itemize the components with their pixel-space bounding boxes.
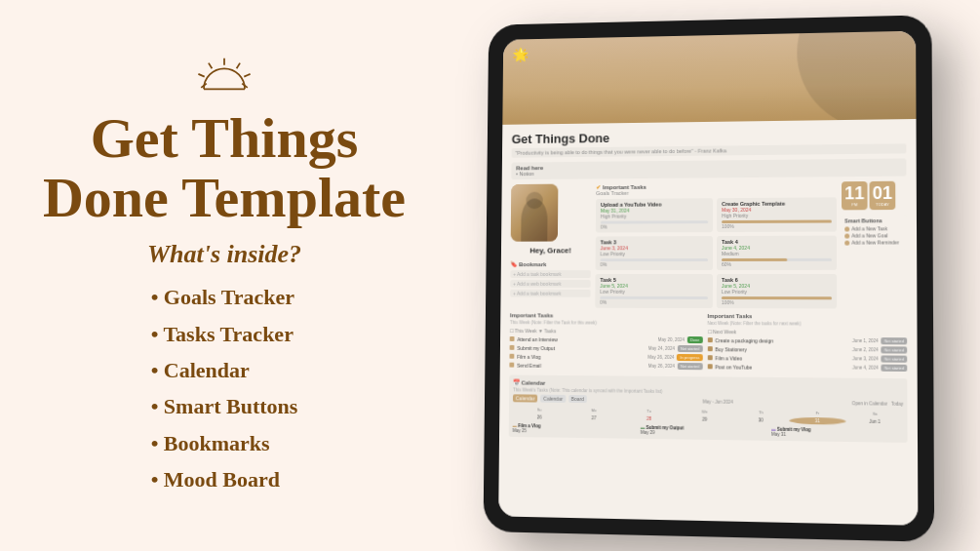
task-row: Film a Video June 3, 2024 Not started [707,354,907,363]
screen-emoji: 🌟 [512,46,528,62]
badge: Not started [881,346,906,353]
right-panel: 🌟 Get Things Done "Productivity is being… [449,0,980,551]
tasks-column: ✔ Important Tasks Goals Tracker Upload a… [595,181,837,308]
task-row: Post on YouTube June 4, 2024 Not started [707,363,907,372]
next-week-tasks: Important Tasks Next Week (Note: Filter … [707,313,907,374]
day-label-fr: Fr [789,410,844,415]
task-row: Buy Stationery June 2, 2024 Not started [707,345,907,353]
clock-minute: 01 [872,183,892,201]
cal-event-3: ▬ Submit my Vlog May 31 [771,426,903,438]
open-calendar-btn: Open in Calendar Today [851,401,903,407]
next-week-filter: ☐ Next Week [707,329,907,335]
task-row-title: Film a Video [715,354,849,361]
bookmark-section: 🔖 Bookmark + Add a task bookmark + Add a… [510,260,591,297]
smart-btn-1: Add a New Task [844,225,903,231]
this-week-tasks: Important Tasks This Week (Note: Filter … [509,312,702,372]
dot-icon [844,240,849,245]
bookmark-label: 🔖 Bookmark [510,260,590,267]
task-icon [707,364,712,369]
cal-month-label: May - Jun 2024 [702,399,732,404]
task-icon [707,346,712,351]
task-row-title: Create a packaging design [715,336,849,343]
cal-tabs: Calendar Calendar Board [512,394,586,403]
task-row: Submit my Output May 24, 2024 Not starte… [509,343,702,351]
next-week-title: Important Tasks [707,313,907,320]
dot-icon [844,225,849,230]
task-icon [509,344,514,349]
cal-tab-calendar: Calendar [512,394,537,402]
svg-line-4 [244,74,250,77]
add-bookmark-2: + Add a web bookmark [510,279,590,287]
list-item: Tasks Tracker [151,316,298,352]
read-here-section: Read here • Notion [511,158,906,179]
clock-today-label: TODAY [872,201,892,206]
task-row: Attend an Interview May 20, 2024 Done [509,335,702,343]
day-label-su: Su [512,407,566,413]
tablet-screen: 🌟 Get Things Done "Productivity is being… [498,30,918,525]
greeting-text: Hey, Grace! [510,246,590,255]
task-row: Send Email May 26, 2024 Not started [509,361,702,370]
smart-buttons-section: Smart Buttons Add a New Task Add a New G… [842,215,907,250]
add-bookmark-1: + Add a task bookmark [510,270,590,278]
clock-hour-block: 11 PM [841,180,867,209]
left-panel: Get ThingsDone Template What's inside? G… [0,0,449,551]
cal-day-31: 31 [789,416,845,424]
task-card-5: Task 5 June 5, 2024 Low Priority 0% [595,273,713,307]
task-card-4: Task 4 June 4, 2024 Medium 60% [716,235,836,269]
cal-day-29: 29 [677,415,731,423]
sun-icon [190,53,258,101]
tablet-mockup: 🌟 Get Things Done "Productivity is being… [483,15,934,542]
svg-line-3 [237,63,241,69]
screen-header-image: 🌟 [502,30,916,124]
list-item: Smart Buttons [151,388,298,424]
main-title: Get ThingsDone Template [43,109,406,228]
task-row-title: Attend an Interview [517,335,654,342]
task-row-title: Send Email [517,362,646,369]
cal-event-2: ▬ Submit my Output May 29 [640,424,768,436]
badge: Not started [881,337,906,344]
dot-icon [844,233,849,238]
this-week-subtitle: This Week (Note: Filter the Task for thi… [509,320,702,326]
calendar-section: 📅 Calendar This Week's Tasks (Note: This… [508,374,907,442]
task-row-title: Film a Vlog [517,353,645,360]
smart-btn-2: Add a New Goal [844,232,904,238]
feature-list: Goals Tracker Tasks Tracker Calendar Sma… [151,279,298,497]
list-item: Mood Board [151,461,298,497]
cal-tab-board: Board [568,394,586,402]
task-row-title: Post on YouTube [715,363,849,370]
task-row: Film a Vlog May 26, 2024 In progress [509,352,702,360]
badge: Not started [677,363,702,370]
day-label-we: We [677,409,731,414]
this-week-title: Important Tasks [509,312,701,319]
list-item: Calendar [151,352,298,388]
day-label-th: Th [732,409,788,414]
svg-line-1 [209,63,213,69]
cal-day-26: 26 [512,413,566,421]
task-icon [707,355,712,360]
bottom-tasks-grid: Important Tasks This Week (Note: Filter … [509,312,907,374]
day-label-sa: Sa [846,411,903,416]
task-card-2: Create Graphic Template May 30, 2024 Hig… [717,197,837,232]
cal-events: ▬ Film a Vlog May 25 ▬ Submit my Output … [512,423,903,439]
page-title: Get Things Done [511,127,906,146]
day-label-mo: Mo [567,407,620,413]
cal-event-1: ▬ Film a Vlog May 25 [512,423,638,435]
task-row-title: Buy Stationery [715,345,849,352]
clock-smartbtn-column: 11 PM 01 TODAY Smart Buttons [841,180,906,308]
cal-day-30: 30 [732,415,788,423]
task-row-title: Submit my Output [517,344,646,351]
task-row: Create a packaging design June 1, 2024 N… [707,336,907,344]
smart-btn-3: Add a New Reminder [844,239,904,245]
avatar [510,183,558,241]
task-icon [509,362,514,367]
list-item: Bookmarks [151,425,298,461]
task-icon [509,353,514,358]
clock-hour: 11 [844,184,864,202]
task-card-6: Task 6 June 5, 2024 Low Priority 100% [716,273,836,307]
task-icon [707,337,712,342]
badge: In progress [677,353,702,360]
task-icon [509,335,514,340]
list-item: Goals Tracker [151,279,298,315]
badge: Not started [881,364,906,371]
avatar-column: Hey, Grace! 🔖 Bookmark + Add a task book… [510,183,591,307]
